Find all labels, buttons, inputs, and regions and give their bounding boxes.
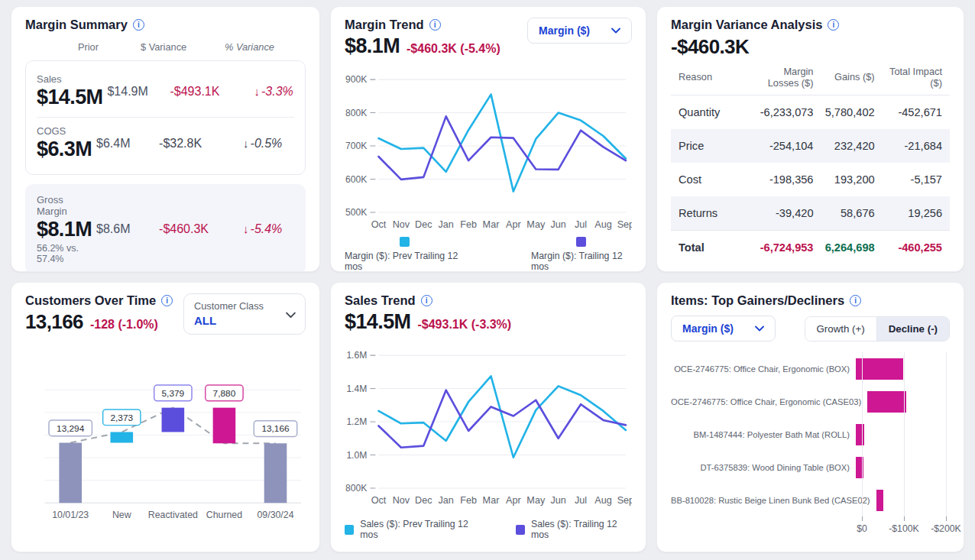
legend-swatch-cyan bbox=[345, 525, 354, 535]
kpi-delta: -$493.1K (-3.3%) bbox=[417, 318, 511, 332]
variance-table: Reason Margin Losses ($) Gains ($) Total… bbox=[671, 65, 950, 264]
legend-item-prev: Margin ($): Prev Trailing 12 mos bbox=[345, 237, 465, 272]
customers-waterfall-chart: 13,29410/01/232,373New5,379Reactivated7,… bbox=[25, 348, 306, 526]
panel-items-gainers-decliners: Items: Top Gainers/Decliners i Margin ($… bbox=[656, 282, 964, 552]
filter-label: Customer Class bbox=[194, 300, 279, 312]
svg-text:Sep: Sep bbox=[617, 219, 632, 230]
item-bar-row: BM-1487444: Polyester Bath Mat (ROLL) bbox=[671, 418, 950, 451]
info-icon[interactable]: i bbox=[850, 295, 861, 306]
svg-text:Jun: Jun bbox=[551, 219, 566, 230]
column-header-losses: Margin Losses ($) bbox=[750, 66, 814, 89]
info-icon[interactable]: i bbox=[828, 19, 839, 31]
panel-title: Sales Trend bbox=[345, 293, 416, 308]
svg-text:Jul: Jul bbox=[575, 495, 587, 506]
dollar-variance: -$493.1K bbox=[170, 85, 249, 99]
svg-text:13,166: 13,166 bbox=[261, 424, 290, 435]
table-cell-gains: 232,420 bbox=[821, 140, 875, 152]
panel-title: Margin Variance Analysis bbox=[671, 18, 822, 32]
measure-dropdown[interactable]: Margin ($) bbox=[527, 18, 632, 44]
axis-tick bbox=[904, 516, 905, 521]
svg-text:10/01/23: 10/01/23 bbox=[52, 510, 89, 520]
svg-text:7,880: 7,880 bbox=[213, 388, 236, 399]
svg-text:500K: 500K bbox=[345, 207, 367, 218]
svg-text:600K: 600K bbox=[345, 174, 367, 185]
svg-text:1.0M: 1.0M bbox=[346, 450, 367, 461]
pct-variance: ↓-3.3% bbox=[254, 85, 320, 99]
table-body: Quantity-6,233,0735,780,402-452,671Price… bbox=[671, 95, 950, 264]
down-arrow-icon: ↓ bbox=[254, 85, 260, 98]
svg-text:09/30/24: 09/30/24 bbox=[258, 510, 294, 520]
info-icon[interactable]: i bbox=[429, 19, 441, 31]
svg-text:Jan: Jan bbox=[438, 219, 453, 230]
table-row: Cost-198,356193,200-5,157 bbox=[671, 163, 950, 196]
info-icon[interactable]: i bbox=[421, 295, 432, 306]
prior-value: $14.9M bbox=[107, 85, 165, 99]
metric-value: $14.5M bbox=[37, 85, 102, 109]
chevron-down-icon bbox=[286, 312, 296, 319]
column-header-prior: Prior bbox=[78, 41, 136, 53]
svg-text:Mar: Mar bbox=[483, 495, 500, 506]
info-icon[interactable]: i bbox=[161, 295, 173, 306]
svg-text:Apr: Apr bbox=[506, 219, 521, 230]
metric-value: $8.1M bbox=[37, 217, 92, 241]
customer-class-dropdown[interactable]: Customer Class ALL bbox=[183, 293, 306, 335]
panel-title: Margin Trend bbox=[345, 18, 424, 32]
panel-header: Items: Top Gainers/Decliners i bbox=[671, 293, 950, 308]
decline-toggle-button[interactable]: Decline (-) bbox=[876, 317, 949, 341]
kpi-delta: -128 (-1.0%) bbox=[90, 318, 158, 332]
table-cell-impact: 19,256 bbox=[883, 207, 942, 219]
axis-tick-label: -$200K bbox=[931, 523, 961, 534]
legend-item-current: Margin ($): Trailing 12 mos bbox=[531, 237, 632, 272]
item-bar bbox=[856, 424, 864, 445]
table-cell-gains: 193,200 bbox=[821, 173, 875, 186]
panel-title: Items: Top Gainers/Decliners bbox=[671, 293, 844, 308]
axis-tick-label: $0 bbox=[857, 523, 867, 534]
item-bar-row: OCE-2746775: Office Chair, Ergonomic (BO… bbox=[671, 352, 950, 385]
info-icon[interactable]: i bbox=[133, 19, 144, 31]
item-bar-row: OCE-2746775: Office Chair, Ergonomic (CA… bbox=[671, 385, 950, 418]
svg-text:Churned: Churned bbox=[206, 510, 242, 520]
legend-label: Sales ($): Prev Trailing 12 mos bbox=[360, 519, 481, 540]
svg-text:800K: 800K bbox=[345, 108, 367, 118]
item-bar-track bbox=[856, 358, 950, 380]
growth-toggle-button[interactable]: Growth (+) bbox=[805, 317, 876, 341]
item-bar-row: BB-810028: Rustic Beige Linen Bunk Bed (… bbox=[671, 484, 950, 516]
filter-value: ALL bbox=[194, 314, 279, 327]
item-label: BM-1487444: Polyester Bath Mat (ROLL) bbox=[671, 430, 856, 439]
item-bar bbox=[856, 358, 903, 380]
item-bar-track bbox=[876, 490, 950, 511]
table-row: Returns-39,42058,67619,256 bbox=[671, 196, 950, 230]
item-bar-track bbox=[867, 391, 950, 413]
gridline bbox=[946, 352, 947, 516]
legend-item-prev: Sales ($): Prev Trailing 12 mos bbox=[345, 519, 482, 540]
panel-margin-trend: Margin Trend i $8.1M -$460.3K (-5.4%) Ma… bbox=[330, 6, 646, 272]
dollar-variance: -$460.3K bbox=[159, 222, 238, 236]
svg-text:May: May bbox=[526, 219, 546, 230]
svg-text:Sep: Sep bbox=[617, 495, 632, 506]
table-cell-impact: -5,157 bbox=[883, 173, 942, 186]
prior-value: $6.4M bbox=[96, 137, 154, 151]
table-cell-reason: Returns bbox=[679, 207, 743, 219]
down-arrow-icon: ↓ bbox=[243, 137, 249, 150]
panel-margin-variance: Margin Variance Analysis i -$460.3K Reas… bbox=[656, 6, 964, 272]
table-cell-impact: -21,684 bbox=[883, 140, 942, 152]
table-row: Total-6,724,9536,264,698-460,255 bbox=[671, 230, 950, 264]
pct-variance: ↓-5.4% bbox=[243, 222, 313, 236]
item-label: BB-810028: Rustic Beige Linen Bunk Bed (… bbox=[671, 496, 876, 505]
item-bar bbox=[867, 391, 906, 413]
item-bar-row: DT-6375839: Wood Dining Table (BOX) bbox=[671, 451, 950, 484]
panel-title: Customers Over Time bbox=[25, 293, 156, 308]
legend-label: Margin ($): Trailing 12 mos bbox=[531, 251, 632, 272]
svg-text:New: New bbox=[112, 510, 131, 520]
svg-text:1.4M: 1.4M bbox=[346, 384, 367, 394]
measure-dropdown[interactable]: Margin ($) bbox=[671, 316, 776, 342]
svg-text:5,379: 5,379 bbox=[162, 388, 185, 399]
svg-text:Mar: Mar bbox=[483, 219, 500, 230]
panel-header: Margin Variance Analysis i bbox=[671, 18, 950, 32]
svg-text:800K: 800K bbox=[345, 483, 367, 494]
svg-text:Aug: Aug bbox=[594, 219, 611, 230]
item-label: OCE-2746775: Office Chair, Ergonomic (CA… bbox=[671, 397, 867, 406]
item-label: OCE-2746775: Office Chair, Ergonomic (BO… bbox=[671, 364, 856, 374]
table-cell-reason: Price bbox=[679, 140, 743, 152]
svg-text:Aug: Aug bbox=[594, 495, 611, 506]
